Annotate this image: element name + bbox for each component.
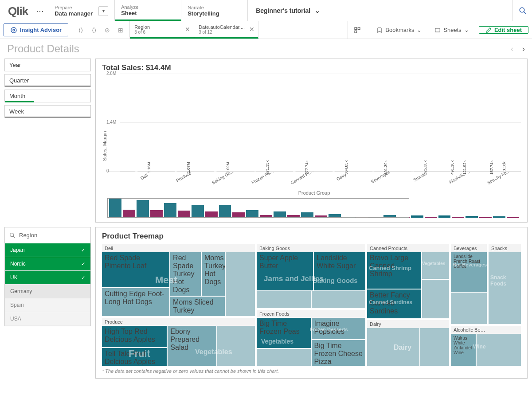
treemap-cell[interactable]: Bravo Large Canned ShrimpCanned Shrimp xyxy=(367,252,421,289)
nav-analyze-sub: Sheet xyxy=(121,10,138,16)
region-item[interactable]: Japan✓ xyxy=(5,243,90,257)
app-name: Beginner's tutorial xyxy=(256,7,310,14)
selection-tool-icons: ⟨⟩ ⟨⟩ ⊘ ⊞ xyxy=(72,21,130,39)
treemap-cell[interactable]: Imagine Popsicles xyxy=(312,318,366,339)
bookmarks-button[interactable]: Bookmarks ⌄ xyxy=(370,21,428,39)
insight-advisor-label: Insight Advisor xyxy=(20,27,62,33)
treemap-cell[interactable]: Moms Sliced Turkey xyxy=(170,297,225,316)
step-forward-icon[interactable]: ⟨⟩ xyxy=(90,26,98,35)
chevron-down-icon: ⌄ xyxy=(464,27,469,33)
region-search[interactable]: Region xyxy=(5,227,90,243)
nav-tab-narrate[interactable]: Narrate Storytelling xyxy=(181,0,248,21)
sheets-label: Sheets xyxy=(443,27,461,33)
more-menu-icon[interactable]: ⋯ xyxy=(31,0,48,21)
treemap-footnote: * The data set contains negative or zero… xyxy=(102,368,521,374)
filter-quarter[interactable]: Quarter xyxy=(4,74,91,87)
treemap-group-frozen: Frozen Foods xyxy=(257,310,365,318)
treemap-cell[interactable]: Red Spade Turkey Hot Dogs xyxy=(170,252,201,296)
treemap-cell[interactable]: Cutting Edge Foot-Long Hot Dogs xyxy=(102,288,169,316)
selection-detail: 3 of 6 xyxy=(134,30,189,35)
step-back-icon[interactable]: ⟨⟩ xyxy=(76,26,85,35)
treemap-title: Product Treemap xyxy=(102,232,521,241)
filter-month[interactable]: Month xyxy=(4,90,91,102)
chart-minimap[interactable] xyxy=(107,198,521,218)
treemap-cell[interactable]: Snack Foods xyxy=(489,252,521,324)
treemap-group-snacks: Snacks xyxy=(489,244,521,252)
selection-field: Date.autoCalendar.... xyxy=(199,24,254,30)
treemap-cell[interactable] xyxy=(451,293,487,324)
prev-sheet-icon[interactable]: ‹ xyxy=(511,44,513,54)
total-sales-chart[interactable]: Total Sales: $14.4M Sales, Margin 1.4M 2… xyxy=(95,59,528,223)
svg-point-2 xyxy=(13,29,15,31)
sheet-header: Product Details ‹ › xyxy=(0,39,532,59)
nav-tab-analyze[interactable]: Analyze Sheet xyxy=(115,0,181,21)
smart-search-icon[interactable]: ⊞ xyxy=(116,26,125,35)
region-label: Region xyxy=(19,232,37,239)
minimap-viewport[interactable] xyxy=(107,198,409,218)
treemap-cell[interactable]: Big Time Frozen Cheese Pizza xyxy=(312,340,366,366)
product-treemap[interactable]: Product Treemap Deli Red Spade Pimento L… xyxy=(95,227,528,379)
svg-point-3 xyxy=(11,27,16,33)
treemap-cell[interactable] xyxy=(312,291,366,308)
treemap-cell[interactable] xyxy=(367,328,419,366)
filter-week[interactable]: Week xyxy=(4,105,91,118)
treemap-group-alcoholic: Alcoholic Be… xyxy=(451,326,521,334)
treemap-cell[interactable] xyxy=(420,328,449,366)
edit-sheet-label: Edit sheet xyxy=(494,27,522,33)
treemap-cell[interactable] xyxy=(257,291,311,308)
treemap-cell[interactable]: Vegetables xyxy=(422,252,449,279)
treemap-group-beverages: Beverages xyxy=(451,244,487,252)
svg-line-1 xyxy=(524,12,526,14)
selections-toolbar: Insight Advisor ⟨⟩ ⟨⟩ ⊘ ⊞ Region 3 of 6 … xyxy=(0,21,532,39)
selection-chip-region[interactable]: Region 3 of 6 ✕ xyxy=(130,21,194,39)
y-tick: 0 xyxy=(106,168,109,173)
nav-tab-prepare[interactable]: Prepare Data manager ▾ xyxy=(48,0,115,21)
treemap-cell[interactable]: Tell Tale Red Delcious Apples xyxy=(102,348,167,366)
bookmarks-label: Bookmarks xyxy=(385,27,414,33)
x-axis-label: Product Group xyxy=(107,190,521,196)
region-item[interactable]: Germany xyxy=(5,285,90,298)
insight-advisor-button[interactable]: Insight Advisor xyxy=(4,23,68,36)
region-item[interactable]: Nordic✓ xyxy=(5,257,90,271)
treemap-cell[interactable]: Better Fancy Canned SardinesCanned Sardi… xyxy=(367,289,421,318)
treemap-cell[interactable]: Ebony Prepared Salad xyxy=(168,326,216,366)
svg-rect-4 xyxy=(355,27,357,30)
filter-year[interactable]: Year xyxy=(4,59,91,71)
treemap-cell[interactable] xyxy=(217,326,255,366)
treemap-cell[interactable] xyxy=(422,280,449,318)
close-icon[interactable]: ✕ xyxy=(249,26,254,33)
nav-narrate-sub: Storytelling xyxy=(188,10,219,17)
treemap-cell[interactable]: Super Apple Butter xyxy=(257,252,313,290)
app-switcher[interactable]: Beginner's tutorial ⌄ xyxy=(248,0,328,21)
treemap-cell[interactable] xyxy=(477,334,521,366)
region-item[interactable]: UK✓ xyxy=(5,271,90,285)
treemap-cell[interactable] xyxy=(257,349,311,366)
treemap-cell[interactable]: Moms Turkey Hot Dogs xyxy=(202,252,225,296)
treemap-cell[interactable] xyxy=(226,252,255,316)
selections-tool-icon[interactable] xyxy=(347,21,370,39)
treemap-cell[interactable]: Landslide French Roast Coffee xyxy=(451,252,487,292)
treemap-cell[interactable]: Walrus White Zinfandel Wine xyxy=(451,334,476,366)
sheets-button[interactable]: Sheets ⌄ xyxy=(428,21,475,39)
treemap-cell[interactable]: High Top Red Delcious Apples xyxy=(102,326,167,347)
treemap-cell[interactable]: Big Time Frozen Peas xyxy=(257,318,311,348)
svg-point-8 xyxy=(10,233,14,236)
treemap-cell[interactable]: Landslide White Sugar xyxy=(314,252,365,290)
svg-rect-5 xyxy=(358,27,360,30)
svg-point-0 xyxy=(520,8,524,12)
chevron-down-icon[interactable]: ▾ xyxy=(98,6,108,16)
sheet-title: Product Details xyxy=(7,43,79,55)
treemap-group-canned: Canned Products xyxy=(367,244,449,252)
edit-sheet-button[interactable]: Edit sheet xyxy=(479,26,528,34)
next-sheet-icon[interactable]: › xyxy=(522,44,525,54)
region-item[interactable]: USA xyxy=(5,312,90,326)
nav-analyze-label: Analyze xyxy=(121,4,138,10)
clear-selections-icon[interactable]: ⊘ xyxy=(103,26,112,35)
selection-detail: 3 of 12 xyxy=(199,30,254,35)
region-item[interactable]: Spain xyxy=(5,298,90,312)
close-icon[interactable]: ✕ xyxy=(185,26,190,33)
time-filters: Year Quarter Month Week xyxy=(4,59,91,223)
treemap-cell[interactable]: Red Spade Pimento Loaf xyxy=(102,252,169,287)
selection-chip-date[interactable]: Date.autoCalendar.... 3 of 12 ✕ xyxy=(194,21,258,39)
search-icon[interactable] xyxy=(512,0,532,21)
